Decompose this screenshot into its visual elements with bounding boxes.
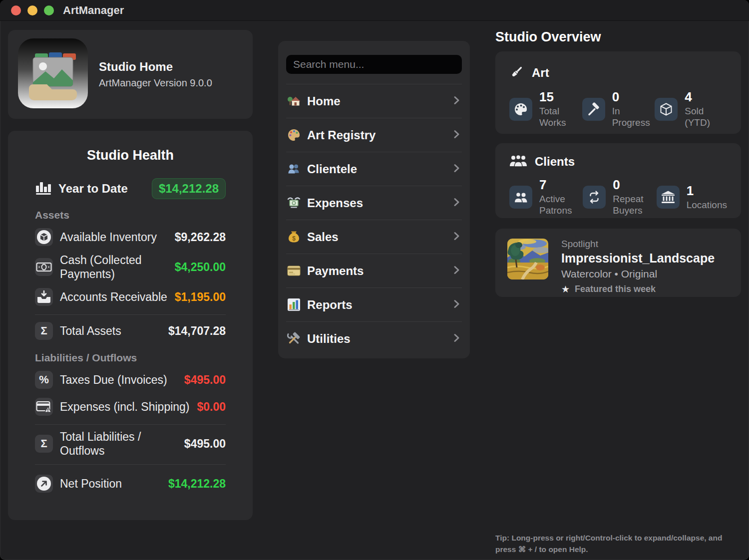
traffic-lights xyxy=(11,5,54,15)
spotlight-title: Impressionist_Landscape xyxy=(561,251,715,266)
stat-value: 4 xyxy=(685,90,727,104)
chevron-right-icon xyxy=(451,231,462,244)
credit-card-icon xyxy=(286,266,301,276)
spotlight-card[interactable]: Spotlight Impressionist_Landscape Waterc… xyxy=(495,229,741,297)
chevron-right-icon xyxy=(451,95,462,108)
app-folder-icon xyxy=(18,38,88,110)
money-with-wings-icon xyxy=(286,196,301,210)
ytd-label: Year to Date xyxy=(58,182,152,196)
artwork-thumbnail xyxy=(507,239,548,280)
menu-item-utilities[interactable]: Utilities xyxy=(286,321,462,355)
health-title: Studio Health xyxy=(35,148,226,163)
stat-locations: 1 Locations xyxy=(657,178,727,217)
star-icon: ★ xyxy=(561,284,570,294)
row-value: $495.00 xyxy=(184,373,226,387)
menu-list: Home Art Registry xyxy=(286,84,462,355)
arrow-up-right-circle-icon xyxy=(35,475,53,493)
row-label: Expenses (incl. Shipping) xyxy=(60,400,197,414)
stat-label: In Progress xyxy=(612,105,655,128)
clients-card-title: Clients xyxy=(535,155,575,169)
percent-icon: % xyxy=(35,371,53,389)
menu-item-sales[interactable]: $ Sales xyxy=(286,220,462,254)
health-row-accounts-receivable: Accounts Receivable $1,195.00 xyxy=(35,286,226,308)
search-input[interactable] xyxy=(286,55,462,74)
menu-item-label: Utilities xyxy=(307,332,451,346)
stat-label: Sold (YTD) xyxy=(685,105,727,128)
row-value: $0.00 xyxy=(197,400,226,414)
tray-arrow-down-icon xyxy=(35,288,53,306)
stat-label: Total Works xyxy=(539,105,582,128)
sigma-icon: Σ xyxy=(35,322,53,340)
three-people-icon xyxy=(509,154,527,169)
row-label: Available Inventory xyxy=(60,230,175,244)
menu-item-clientele[interactable]: Clientele xyxy=(286,152,462,186)
stat-in-progress: 0 In Progress xyxy=(582,90,655,129)
studio-home-card: Studio Home ArtManager Version 9.0.0 xyxy=(8,30,253,119)
clients-overview-card: Clients 7 Active Patrons xyxy=(495,143,741,218)
row-value: $14,707.28 xyxy=(168,324,226,338)
stat-repeat-buyers: 0 Repeat Buyers xyxy=(583,178,656,217)
overview-heading: Studio Overview xyxy=(495,29,601,45)
health-row-total-liabilities: Σ Total Liabilities / Outflows $495.00 xyxy=(35,430,226,458)
stat-value: 7 xyxy=(539,178,583,192)
chevron-right-icon xyxy=(451,163,462,176)
health-row-net-position: Net Position $14,212.28 xyxy=(35,473,226,495)
chevron-right-icon xyxy=(451,298,462,311)
hammer-icon xyxy=(582,98,605,121)
stat-total-works: 15 Total Works xyxy=(509,90,582,129)
chevron-right-icon xyxy=(451,129,462,142)
divider xyxy=(35,314,226,315)
home-card-title: Studio Home xyxy=(99,60,212,74)
row-value: $14,212.28 xyxy=(168,477,226,491)
bar-chart-icon xyxy=(286,298,301,311)
health-row-taxes-due: % Taxes Due (Invoices) $495.00 xyxy=(35,369,226,391)
titlebar: ArtManager xyxy=(0,0,749,21)
two-people-icon xyxy=(509,186,532,209)
menu-item-label: Payments xyxy=(307,264,451,278)
menu-item-label: Art Registry xyxy=(307,128,451,142)
cube-box-icon xyxy=(655,98,678,121)
chevron-right-icon xyxy=(451,332,462,345)
home-card-version: ArtManager Version 9.0.0 xyxy=(99,77,212,89)
menu-item-label: Expenses xyxy=(307,196,451,210)
stat-active-patrons: 7 Active Patrons xyxy=(509,178,583,217)
menu-item-reports[interactable]: Reports xyxy=(286,287,462,321)
studio-health-card: Studio Health Year to Date $14,212.28 As… xyxy=(8,131,253,520)
main-menu-card: Home Art Registry xyxy=(278,41,470,358)
zoom-button[interactable] xyxy=(44,5,54,15)
assets-section-header: Assets xyxy=(35,209,226,221)
minimize-button[interactable] xyxy=(27,5,37,15)
repeat-arrows-icon xyxy=(583,186,606,209)
chevron-right-icon xyxy=(451,265,462,278)
bank-building-icon xyxy=(657,186,680,209)
menu-item-home[interactable]: Home xyxy=(286,84,462,118)
health-row-expenses: Expenses (incl. Shipping) $0.00 xyxy=(35,396,226,418)
row-value: $1,195.00 xyxy=(175,290,226,304)
help-tip-text: Tip: Long-press or right/Control-click t… xyxy=(495,532,742,556)
chevron-right-icon xyxy=(451,197,462,210)
credit-card-alert-icon xyxy=(35,398,53,416)
row-label: Net Position xyxy=(60,477,168,491)
row-value: $495.00 xyxy=(184,437,226,451)
window-title: ArtManager xyxy=(63,4,124,17)
health-row-available-inventory: Available Inventory $9,262.28 xyxy=(35,226,226,248)
stat-label: Locations xyxy=(687,199,727,211)
stat-label: Active Patrons xyxy=(539,193,583,216)
palette-icon xyxy=(509,98,532,121)
menu-item-expenses[interactable]: Expenses xyxy=(286,186,462,220)
ytd-value-badge: $14,212.28 xyxy=(152,178,226,199)
money-bag-icon: $ xyxy=(286,230,301,244)
stat-value: 15 xyxy=(539,90,582,104)
sigma-icon: Σ xyxy=(35,435,53,453)
health-row-cash: Cash (Collected Payments) $4,250.00 xyxy=(35,253,226,281)
menu-item-label: Reports xyxy=(307,298,451,312)
menu-item-payments[interactable]: Payments xyxy=(286,254,462,287)
spotlight-badge: Featured this week xyxy=(575,284,656,294)
menu-item-art-registry[interactable]: Art Registry xyxy=(286,118,462,152)
close-button[interactable] xyxy=(11,5,21,15)
shipping-box-circle-icon xyxy=(35,228,53,246)
art-overview-card: Art 15 Total Works xyxy=(495,51,741,134)
liabilities-section-header: Liabilities / Outflows xyxy=(35,352,226,364)
row-label: Total Liabilities / Outflows xyxy=(60,430,184,458)
svg-text:$: $ xyxy=(292,235,296,242)
